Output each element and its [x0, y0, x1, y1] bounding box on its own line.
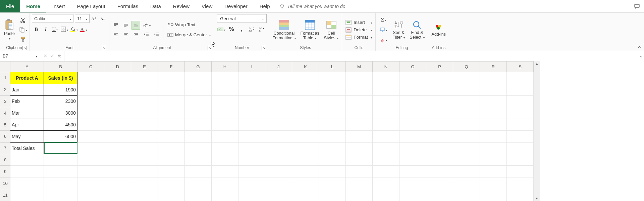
- cell-B1[interactable]: Sales (in $): [44, 72, 77, 84]
- find-select-button[interactable]: Find &Select: [408, 19, 426, 41]
- addins-button[interactable]: Add-ins: [430, 22, 447, 38]
- cell-J9[interactable]: [265, 166, 292, 177]
- cell-L10[interactable]: [319, 177, 346, 189]
- clear-button[interactable]: [378, 36, 389, 44]
- cell-F3[interactable]: [158, 95, 185, 107]
- row-header-3[interactable]: 3: [0, 95, 10, 107]
- cell-N1[interactable]: [373, 72, 399, 84]
- cell-K5[interactable]: [292, 119, 319, 131]
- name-box[interactable]: B7: [0, 51, 40, 61]
- cell-L5[interactable]: [319, 119, 346, 131]
- cell-I10[interactable]: [238, 177, 265, 189]
- cell-Q6[interactable]: [453, 130, 480, 142]
- spreadsheet-grid[interactable]: ABCDEFGHIJKLMNOPQRS1Product ASales (in $…: [0, 61, 644, 201]
- cell-Q2[interactable]: [453, 84, 480, 95]
- cell-R5[interactable]: [480, 119, 507, 131]
- cell-S2[interactable]: [507, 84, 534, 95]
- cell-O4[interactable]: [399, 107, 426, 119]
- cell-K4[interactable]: [292, 107, 319, 119]
- cell-F11[interactable]: [158, 189, 185, 201]
- cell-O10[interactable]: [399, 177, 426, 189]
- cell-C1[interactable]: [77, 72, 104, 84]
- cell-I7[interactable]: [238, 142, 265, 154]
- cell-P8[interactable]: [426, 154, 453, 166]
- underline-button[interactable]: U: [51, 25, 59, 34]
- cell-I3[interactable]: [238, 95, 265, 107]
- col-header-G[interactable]: G: [185, 62, 212, 72]
- cell-H6[interactable]: [212, 130, 238, 142]
- cell-Q10[interactable]: [453, 177, 480, 189]
- tab-help[interactable]: Help: [254, 0, 276, 12]
- cell-N8[interactable]: [373, 154, 399, 166]
- cell-O6[interactable]: [399, 130, 426, 142]
- cell-A5[interactable]: Apr: [10, 119, 44, 131]
- cell-D4[interactable]: [104, 107, 131, 119]
- cell-M9[interactable]: [346, 166, 373, 177]
- scroll-up-arrow[interactable]: ▲: [535, 61, 539, 66]
- col-header-L[interactable]: L: [319, 62, 346, 72]
- wrap-text-button[interactable]: abc Wrap Text: [165, 21, 213, 29]
- paste-button[interactable]: Paste: [2, 18, 17, 42]
- cell-I11[interactable]: [238, 189, 265, 201]
- cell-J1[interactable]: [265, 72, 292, 84]
- cell-C10[interactable]: [77, 177, 104, 189]
- cell-N5[interactable]: [373, 119, 399, 131]
- cell-P11[interactable]: [426, 189, 453, 201]
- cell-I8[interactable]: [238, 154, 265, 166]
- tab-page-layout[interactable]: Page Layout: [71, 0, 111, 12]
- fill-button[interactable]: [378, 26, 389, 34]
- cell-K8[interactable]: [292, 154, 319, 166]
- clipboard-launcher[interactable]: ↘: [22, 46, 27, 50]
- italic-button[interactable]: I: [41, 25, 50, 34]
- cell-J10[interactable]: [265, 177, 292, 189]
- align-middle-button[interactable]: [121, 21, 130, 30]
- merge-center-button[interactable]: Merge & Center: [165, 31, 213, 39]
- tab-developer[interactable]: Developer: [218, 0, 253, 12]
- cell-L7[interactable]: [319, 142, 346, 154]
- col-header-N[interactable]: N: [373, 62, 399, 72]
- borders-button[interactable]: [60, 25, 69, 34]
- cell-K10[interactable]: [292, 177, 319, 189]
- increase-indent-button[interactable]: [152, 30, 161, 39]
- cell-A3[interactable]: Feb: [10, 95, 44, 107]
- cell-E5[interactable]: [131, 119, 158, 131]
- cell-L6[interactable]: [319, 130, 346, 142]
- cell-P3[interactable]: [426, 95, 453, 107]
- cell-S5[interactable]: [507, 119, 534, 131]
- cell-F2[interactable]: [158, 84, 185, 95]
- cell-A2[interactable]: Jan: [10, 84, 44, 95]
- cell-G7[interactable]: [185, 142, 212, 154]
- insert-function-button[interactable]: fx: [58, 53, 61, 59]
- cell-S1[interactable]: [507, 72, 534, 84]
- cell-F10[interactable]: [158, 177, 185, 189]
- cell-D6[interactable]: [104, 130, 131, 142]
- alignment-launcher[interactable]: ↘: [208, 46, 212, 50]
- font-launcher[interactable]: ↘: [102, 46, 106, 50]
- cell-L11[interactable]: [319, 189, 346, 201]
- cell-B5[interactable]: 4500: [44, 119, 77, 131]
- cell-N4[interactable]: [373, 107, 399, 119]
- col-header-E[interactable]: E: [131, 62, 158, 72]
- cell-Q9[interactable]: [453, 166, 480, 177]
- cell-B10[interactable]: [44, 177, 77, 189]
- conditional-formatting-button[interactable]: ConditionalFormatting: [271, 18, 297, 41]
- cell-G10[interactable]: [185, 177, 212, 189]
- cell-S8[interactable]: [507, 154, 534, 166]
- shrink-font-button[interactable]: A▾: [98, 14, 107, 23]
- format-as-table-button[interactable]: Format asTable: [299, 18, 321, 41]
- font-color-button[interactable]: A: [79, 25, 88, 34]
- cell-M6[interactable]: [346, 130, 373, 142]
- cell-G11[interactable]: [185, 189, 212, 201]
- cell-P9[interactable]: [426, 166, 453, 177]
- cell-M1[interactable]: [346, 72, 373, 84]
- autosum-button[interactable]: Σ: [378, 15, 389, 24]
- cell-A11[interactable]: [10, 189, 44, 201]
- cell-D9[interactable]: [104, 166, 131, 177]
- cell-L3[interactable]: [319, 95, 346, 107]
- cell-P5[interactable]: [426, 119, 453, 131]
- cell-C3[interactable]: [77, 95, 104, 107]
- cell-F9[interactable]: [158, 166, 185, 177]
- cell-E2[interactable]: [131, 84, 158, 95]
- row-header-5[interactable]: 5: [0, 119, 10, 131]
- cell-L1[interactable]: [319, 72, 346, 84]
